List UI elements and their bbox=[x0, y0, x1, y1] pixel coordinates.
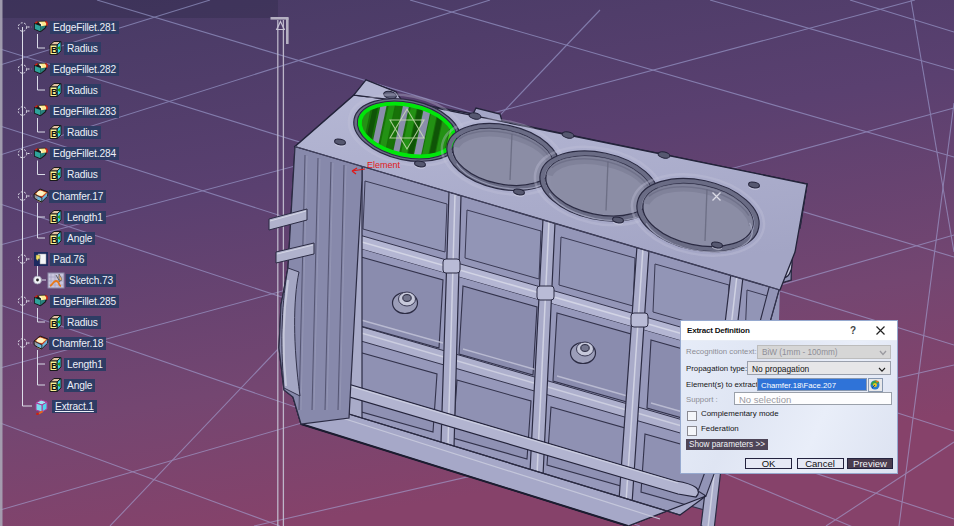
svg-text:B: B bbox=[51, 171, 58, 181]
svg-text:B: B bbox=[51, 319, 58, 329]
svg-text:B: B bbox=[51, 129, 58, 139]
svg-text:B: B bbox=[51, 87, 58, 97]
svg-text:B: B bbox=[51, 361, 58, 371]
svg-text:B: B bbox=[51, 382, 58, 392]
svg-text:B: B bbox=[51, 235, 58, 245]
svg-text:B: B bbox=[51, 45, 58, 55]
svg-text:Element: Element bbox=[367, 160, 401, 170]
svg-text:B: B bbox=[51, 214, 58, 224]
